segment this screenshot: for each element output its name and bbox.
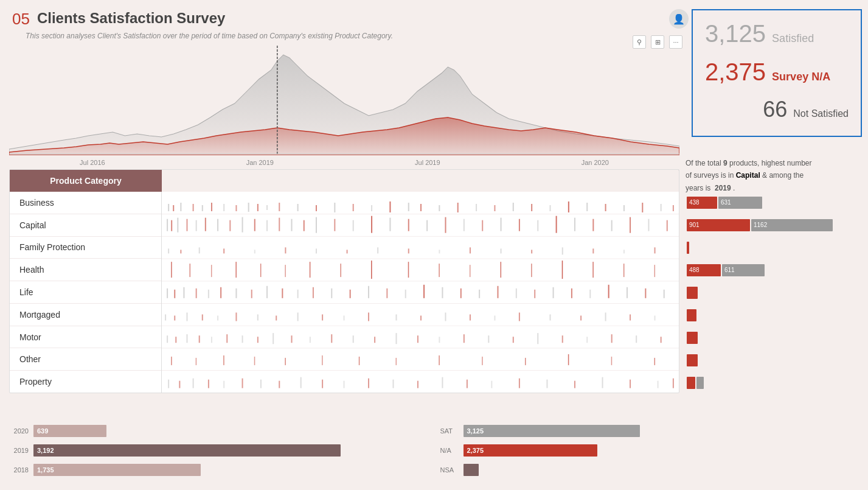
svg-rect-16 bbox=[223, 204, 224, 211]
svg-rect-97 bbox=[190, 264, 191, 277]
svg-rect-61 bbox=[371, 216, 372, 233]
svg-rect-48 bbox=[196, 220, 197, 231]
svg-rect-94 bbox=[623, 250, 625, 253]
bar-2020-value: 639 bbox=[37, 427, 48, 435]
svg-rect-137 bbox=[516, 289, 517, 298]
health-gray-val: 611 bbox=[724, 267, 735, 273]
svg-rect-199 bbox=[285, 358, 286, 365]
svg-rect-182 bbox=[374, 337, 375, 343]
svg-rect-131 bbox=[405, 290, 406, 298]
product-label-motor[interactable]: Motor bbox=[10, 326, 161, 349]
svg-rect-89 bbox=[470, 247, 471, 253]
svg-rect-49 bbox=[205, 218, 206, 231]
year-label-2018: 2018 bbox=[9, 466, 29, 474]
svg-rect-189 bbox=[537, 333, 538, 344]
svg-rect-31 bbox=[457, 203, 459, 212]
svg-rect-93 bbox=[592, 248, 594, 253]
svg-rect-34 bbox=[513, 203, 514, 211]
svg-rect-99 bbox=[235, 262, 237, 278]
time-series-chart[interactable]: Jul 2016 Jan 2019 Jul 2019 Jan 2020 bbox=[9, 46, 679, 173]
kpi-nsa-row: 2,375 Survey N/A bbox=[705, 58, 849, 86]
satisfied-count: 3,125 bbox=[705, 20, 766, 47]
svg-rect-59 bbox=[334, 219, 335, 231]
svg-rect-204 bbox=[482, 357, 483, 365]
svg-rect-152 bbox=[257, 315, 259, 321]
svg-rect-228 bbox=[574, 381, 575, 388]
svg-rect-197 bbox=[223, 355, 224, 365]
svg-rect-121 bbox=[235, 289, 237, 298]
svg-rect-75 bbox=[630, 217, 631, 233]
bottom-section: 2020 639 2019 3,192 2018 bbox=[9, 420, 859, 487]
product-label-health[interactable]: Health bbox=[10, 259, 161, 281]
year-row-2018: 2018 1,735 bbox=[9, 464, 428, 476]
svg-rect-231 bbox=[658, 381, 659, 388]
svg-rect-73 bbox=[592, 219, 594, 231]
svg-rect-226 bbox=[519, 379, 520, 388]
satisfied-label: Satisfied bbox=[772, 32, 814, 45]
svg-rect-157 bbox=[368, 313, 369, 321]
right-bars-panel: 438 631 901 1162 488 611 bbox=[687, 191, 863, 394]
bar-row-other bbox=[687, 349, 863, 371]
svg-rect-68 bbox=[501, 218, 502, 231]
year-label-2019: 2019 bbox=[9, 447, 29, 454]
svg-rect-102 bbox=[310, 262, 311, 278]
health-red-val: 488 bbox=[689, 267, 700, 273]
svg-rect-64 bbox=[426, 220, 428, 231]
svg-rect-142 bbox=[608, 285, 609, 298]
year-row-2020: 2020 639 bbox=[9, 425, 428, 437]
svg-rect-66 bbox=[464, 219, 465, 231]
svg-rect-28 bbox=[408, 203, 409, 211]
svg-rect-50 bbox=[217, 219, 218, 231]
nsa-bar bbox=[464, 464, 479, 476]
year-row-2019: 2019 3,192 bbox=[9, 444, 428, 457]
svg-rect-170 bbox=[175, 337, 176, 343]
svg-rect-129 bbox=[368, 286, 369, 298]
svg-rect-90 bbox=[501, 248, 502, 253]
svg-rect-230 bbox=[630, 380, 631, 388]
product-label-life[interactable]: Life bbox=[10, 281, 161, 304]
product-label-family-protection[interactable]: Family Protection bbox=[10, 237, 161, 259]
svg-rect-194 bbox=[661, 337, 662, 343]
product-label-capital[interactable]: Capital bbox=[10, 214, 161, 237]
svg-rect-35 bbox=[531, 204, 532, 211]
svg-rect-222 bbox=[417, 381, 418, 388]
product-label-business[interactable]: Business bbox=[10, 192, 161, 214]
svg-rect-200 bbox=[322, 355, 323, 365]
product-label-other[interactable]: Other bbox=[10, 348, 161, 371]
svg-rect-179 bbox=[310, 337, 311, 343]
time-label-1: Jul 2016 bbox=[80, 159, 105, 166]
svg-rect-169 bbox=[167, 335, 168, 343]
svg-rect-37 bbox=[568, 201, 569, 212]
svg-rect-161 bbox=[470, 315, 471, 321]
svg-rect-166 bbox=[605, 313, 606, 321]
svg-rect-84 bbox=[316, 248, 317, 253]
bar-2020: 639 bbox=[33, 425, 106, 437]
svg-rect-215 bbox=[260, 380, 262, 388]
svg-rect-110 bbox=[562, 261, 563, 279]
profile-icon[interactable]: 👤 bbox=[669, 9, 689, 29]
svg-rect-232 bbox=[673, 379, 674, 388]
svg-rect-65 bbox=[445, 217, 446, 233]
nsa-label: Survey N/A bbox=[772, 71, 830, 83]
svg-rect-20 bbox=[266, 205, 268, 210]
svg-rect-156 bbox=[344, 316, 345, 321]
svg-rect-26 bbox=[371, 205, 372, 211]
svg-rect-132 bbox=[423, 285, 425, 298]
svg-rect-57 bbox=[304, 220, 305, 231]
product-label-property[interactable]: Property bbox=[10, 371, 161, 393]
bar-row-health: 488 611 bbox=[687, 259, 863, 281]
svg-rect-209 bbox=[168, 380, 169, 388]
svg-rect-208 bbox=[654, 358, 656, 365]
svg-rect-224 bbox=[467, 380, 468, 388]
svg-rect-140 bbox=[571, 289, 572, 298]
svg-rect-12 bbox=[180, 203, 181, 211]
svg-rect-27 bbox=[389, 201, 391, 212]
time-series-svg bbox=[9, 46, 679, 155]
svg-rect-153 bbox=[276, 316, 277, 321]
svg-rect-103 bbox=[340, 264, 341, 277]
kpi-box: 3,125 Satisfied 2,375 Survey N/A 66 Not … bbox=[692, 9, 862, 137]
svg-rect-10 bbox=[168, 204, 169, 211]
product-label-mortgaged[interactable]: Mortgaged bbox=[10, 304, 161, 326]
svg-rect-221 bbox=[392, 380, 394, 388]
svg-rect-115 bbox=[167, 289, 168, 298]
